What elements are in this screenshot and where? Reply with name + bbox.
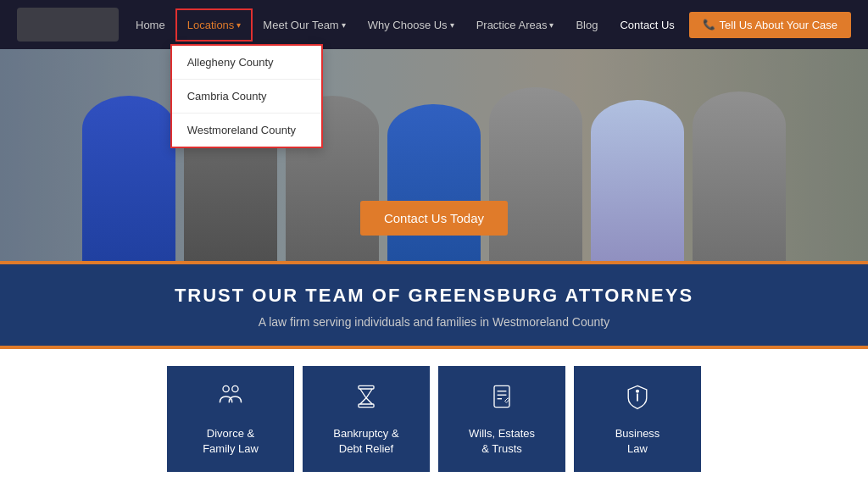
blue-banner: TRUST OUR TEAM OF GREENSBURG ATTORNEYS A…	[0, 261, 868, 349]
nav-meet-team[interactable]: Meet Our Team ▾	[254, 12, 353, 38]
card-wills[interactable]: Wills, Estates& Trusts	[438, 366, 565, 472]
nav-locations-wrapper: Locations ▾ Allegheny County Cambria Cou…	[179, 12, 250, 38]
hero-cta: Contact Us Today	[360, 201, 508, 236]
person-6	[591, 100, 684, 261]
locations-dropdown: Allegheny County Cambria County Westmore…	[170, 44, 323, 148]
hero-section: Contact Us Today	[0, 49, 868, 261]
dropdown-item-allegheny[interactable]: Allegheny County	[172, 46, 321, 80]
tell-us-button[interactable]: Tell Us About Your Case	[689, 12, 851, 38]
person-7	[693, 92, 786, 261]
divorce-label: Divorce &Family Law	[203, 426, 259, 457]
contact-us-today-button[interactable]: Contact Us Today	[360, 201, 508, 236]
nav-why-choose[interactable]: Why Choose Us ▾	[359, 12, 463, 38]
svg-rect-3	[359, 404, 374, 408]
banner-subtext: A law firm serving individuals and famil…	[17, 315, 851, 329]
why-choose-chevron-icon: ▾	[450, 20, 454, 30]
wills-label: Wills, Estates& Trusts	[469, 426, 535, 457]
bankruptcy-label: Bankruptcy &Debt Relief	[333, 426, 398, 457]
nav-home[interactable]: Home	[127, 12, 174, 38]
nav-blog[interactable]: Blog	[567, 12, 606, 38]
cards-section: Divorce &Family Law Bankruptcy &Debt Rel…	[0, 349, 868, 488]
svg-rect-2	[359, 385, 374, 389]
practice-areas-chevron-icon: ▾	[549, 20, 554, 30]
dropdown-item-westmoreland[interactable]: Westmoreland County	[172, 114, 321, 147]
card-divorce[interactable]: Divorce &Family Law	[167, 366, 294, 472]
banner-heading: TRUST OUR TEAM OF GREENSBURG ATTORNEYS	[17, 285, 851, 307]
person-1	[82, 96, 175, 261]
business-icon	[622, 381, 653, 418]
card-bankruptcy[interactable]: Bankruptcy &Debt Relief	[303, 366, 430, 472]
person-4	[387, 104, 481, 261]
wills-icon	[487, 381, 517, 418]
header-left: Home Locations ▾ Allegheny County Cambri…	[17, 8, 683, 42]
logo[interactable]	[17, 8, 119, 42]
nav-locations[interactable]: Locations ▾	[179, 12, 250, 38]
svg-rect-4	[494, 385, 509, 407]
nav-contact[interactable]: Contact Us	[611, 12, 682, 38]
svg-point-1	[232, 385, 238, 391]
header-right: Tell Us About Your Case	[689, 12, 851, 38]
nav-practice-areas[interactable]: Practice Areas ▾	[468, 12, 563, 38]
card-business[interactable]: BusinessLaw	[574, 366, 701, 472]
locations-chevron-icon: ▾	[236, 20, 241, 30]
divorce-icon	[215, 381, 246, 418]
nav: Home Locations ▾ Allegheny County Cambri…	[127, 12, 683, 38]
business-label: BusinessLaw	[615, 426, 660, 457]
header: Home Locations ▾ Allegheny County Cambri…	[0, 0, 868, 49]
svg-point-0	[223, 385, 229, 391]
svg-point-9	[637, 390, 639, 392]
meet-team-chevron-icon: ▾	[342, 20, 346, 30]
bankruptcy-icon	[351, 381, 381, 418]
dropdown-item-cambria[interactable]: Cambria County	[172, 80, 321, 114]
